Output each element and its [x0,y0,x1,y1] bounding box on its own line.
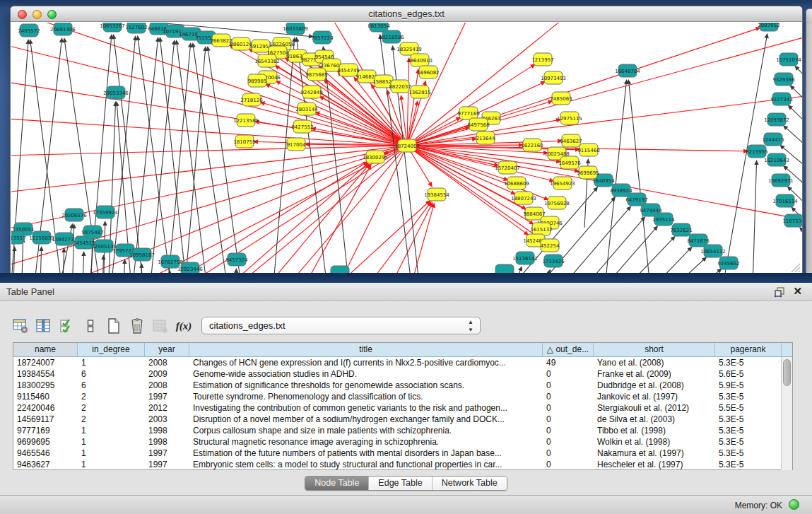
show-columns-button[interactable] [33,315,54,337]
table-panel: Table Panel ✕ [0,283,812,495]
cell-in_degree: 1 [78,459,145,470]
table-row[interactable]: 1830029562008Estimation of significance … [13,380,782,391]
graph-node-label: 12213589 [233,118,259,124]
graph-edge [368,205,431,274]
graph-node-label: 9463627 [560,139,582,144]
graph-edge [20,241,23,274]
network-window[interactable]: citations_edges.txt 24055722069140610653… [10,6,803,275]
cell-name: 9463627 [13,459,78,470]
select-all-columns-button[interactable] [57,315,78,337]
table-tabbar: Node Table Edge Table Network Table [0,476,812,491]
cell-in_degree: 2 [78,391,145,402]
table-row[interactable]: 2242004622012Investigating the contribut… [13,402,782,414]
cell-pagerank: 5.6E-5 [715,368,782,380]
function-builder-button[interactable]: f(x) [173,315,194,337]
cell-pagerank: 5.3E-5 [715,391,782,402]
graph-edge [751,163,756,274]
graph-node-label: 10688609 [504,181,529,187]
cell-name: 9699695 [13,436,78,448]
graph-edge [790,107,802,153]
table-panel-header: Table Panel ✕ [0,283,812,301]
graph-node-label: 2405572 [18,28,40,34]
window-resize-grip[interactable] [789,262,801,273]
graph-node-label: 9115460 [577,148,599,153]
graph-node-label: 9329366 [772,77,795,83]
close-panel-button[interactable]: ✕ [793,285,802,298]
delete-table-button[interactable] [150,315,171,337]
graph-node-label: 1733426 [542,259,565,264]
graph-node-label: 10958167 [129,252,155,258]
row-options-button[interactable] [80,315,101,337]
create-column-button[interactable] [103,315,124,337]
graph-edge-arrow [428,182,432,187]
table-row[interactable]: 977716911998Corpus callosum shape and si… [13,425,782,436]
graph-node-label: 1810755 [233,139,255,145]
cell-pagerank: 5.5E-5 [715,402,782,414]
column-header-title[interactable]: title [189,343,543,356]
graph-edge [312,202,428,274]
cell-pagerank: 5.3E-5 [715,459,782,470]
graph-node-label: 12975115 [557,116,582,122]
memory-status-indicator[interactable] [789,499,799,510]
change-table-mode-button[interactable] [10,315,31,337]
graph-node-label: 15136141 [512,256,538,262]
background-window-sliver[interactable] [806,8,812,276]
graph-edge-arrow [133,35,137,40]
tab-edge-table[interactable]: Edge Table [368,477,431,490]
table-row[interactable]: 969969511998Structural magnetic resonanc… [13,436,782,448]
column-header-name[interactable]: name [13,343,78,356]
graph-node-label: 8822037 [389,84,411,90]
table-row[interactable]: 1456911722003Disruption of a novel membe… [13,414,782,425]
cytoscape-desktop: citations_edges.txt 24055722069140610653… [0,0,812,283]
cell-out_de: 0 [543,459,594,470]
cell-in_degree: 1 [78,357,145,368]
graph-edge [407,28,758,146]
graph-node-label: 9245652 [717,261,739,267]
table-row[interactable]: 946362711997Embryonic stem cells: a mode… [13,459,782,470]
cell-year: 1998 [145,436,189,448]
table-row[interactable]: 946554611997Estimation of the future num… [13,448,782,459]
graph-edge [786,127,802,175]
column-header-short[interactable]: short [594,343,715,356]
cell-out_de: 0 [543,391,594,402]
graph-node-label: 10654112 [700,249,726,255]
table-toolbar: f(x) [10,314,196,338]
table-row[interactable]: 1938455462009Genome-wide association stu… [13,368,782,380]
checklist-icon [59,317,76,334]
table-selector-dropdown[interactable]: citations_edges.txt ▲▼ [201,317,481,334]
graph-node-label: 29053346 [103,90,129,96]
column-header-in_degree[interactable]: in_degree [78,343,145,356]
graph-edge [340,204,430,274]
cell-out_de: 0 [543,436,594,448]
tab-network-table[interactable]: Network Table [432,477,507,490]
table-row[interactable]: 1872400712008Changes of HCN gene express… [13,357,782,368]
float-panel-button[interactable] [774,286,785,298]
delete-columns-button[interactable] [126,315,148,337]
graph-node-label: 17016514 [772,199,798,204]
cell-title: Embryonic stem cells: a model to study s… [189,459,543,470]
graph-node-label: 18807243 [511,196,536,201]
network-canvas[interactable]: 2405572206914061065326715276026466160107… [11,23,802,274]
cell-title: Estimation of significance thresholds fo… [189,380,543,391]
table-scrollbar-thumb[interactable] [783,359,791,386]
column-header-pagerank[interactable]: pagerank [715,343,782,356]
table-row[interactable]: 911546021997Tourette syndrome. Phenomeno… [13,391,782,402]
graph-edge [114,37,149,274]
column-header-year[interactable]: year [145,343,189,356]
graph-node-label: 16782759 [158,259,183,265]
cell-pagerank: 5.3E-5 [715,414,782,425]
tab-node-table[interactable]: Node Table [305,477,368,490]
graph-node-label: 8860124 [230,42,252,47]
graph-node-label: 2718126 [240,98,263,103]
column-header-out_de[interactable]: △ out_de... [543,343,594,356]
table-scrollbar[interactable] [781,357,792,470]
graph-node-label: 19384554 [424,192,449,198]
graph-node-label: 7857224 [311,35,334,41]
table-body: 1872400712008Changes of HCN gene express… [13,357,782,470]
graph-edge-arrow [399,95,404,100]
table-gear-icon [12,317,29,334]
graph-edge-arrow [754,160,758,165]
dropdown-arrows-icon: ▲▼ [468,318,473,334]
network-window-titlebar[interactable]: citations_edges.txt [11,6,802,22]
graph-edge [146,43,174,274]
